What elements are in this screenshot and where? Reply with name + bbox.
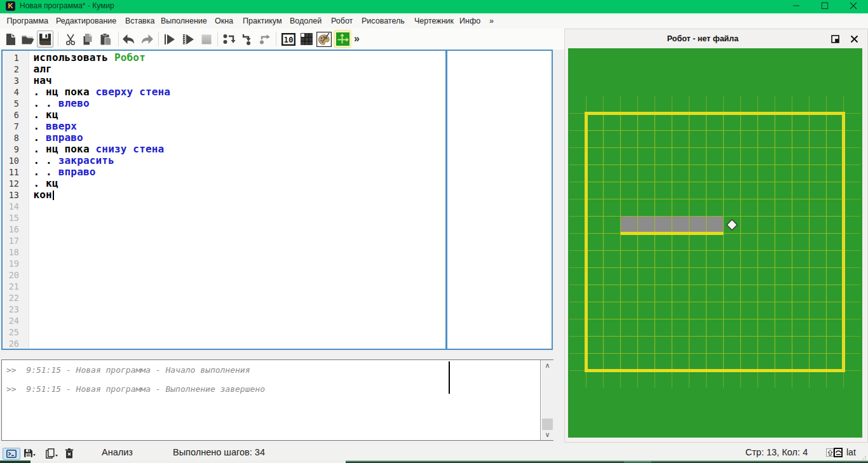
window-title: Новая программа* - Кумир bbox=[20, 1, 114, 11]
code-editor[interactable]: 1234567891011121314151617181920212223242… bbox=[1, 50, 553, 350]
io-console[interactable]: >> 9:51:15 - Новая программа - Начало вы… bbox=[1, 359, 553, 441]
toolbar-separator bbox=[118, 32, 119, 46]
code-line-9: . нц пока снизу стена bbox=[34, 144, 165, 155]
menu-item-8[interactable]: Робот bbox=[331, 13, 353, 29]
code-line-12: . кц bbox=[34, 178, 58, 189]
toggle-console-button[interactable] bbox=[3, 448, 20, 460]
code-line-3: нач bbox=[34, 75, 52, 86]
step-into-icon bbox=[241, 33, 254, 46]
app-icon: K bbox=[6, 1, 15, 11]
menu-item-6[interactable]: Практикум bbox=[243, 13, 282, 29]
clear-console-button[interactable] bbox=[65, 448, 74, 461]
run-steps-icon bbox=[182, 33, 194, 46]
save-console-button[interactable] bbox=[24, 448, 36, 460]
taskbar-sliver-left bbox=[0, 460, 31, 463]
menu-item-5[interactable]: Окна bbox=[215, 13, 233, 29]
copy-icon bbox=[81, 33, 94, 46]
code-line-13: кон bbox=[34, 189, 52, 201]
field-grid bbox=[587, 114, 844, 371]
line-number: 20 bbox=[9, 269, 19, 281]
line-number-gutter: 1234567891011121314151617181920212223242… bbox=[3, 51, 29, 349]
copy-small-icon bbox=[45, 448, 58, 459]
console-line-2: >> 9:51:15 - Новая программа - Выполнени… bbox=[6, 384, 265, 394]
menu-item-9[interactable]: Рисователь bbox=[362, 13, 405, 29]
robot-window-title: Робот - нет файла bbox=[565, 29, 841, 48]
step-out-button[interactable] bbox=[257, 30, 273, 48]
open-program-button[interactable] bbox=[20, 30, 36, 48]
menu-item-2[interactable]: Редактирование bbox=[56, 13, 116, 29]
scrollbar-thumb[interactable] bbox=[542, 419, 553, 430]
line-number: 13 bbox=[9, 189, 19, 201]
step-over-button[interactable] bbox=[221, 30, 238, 48]
steps-count-label: Выполнено шагов: 34 bbox=[173, 444, 265, 460]
show-robot-field-button[interactable] bbox=[334, 30, 351, 48]
copy-console-button[interactable] bbox=[45, 448, 58, 461]
toolbar-separator bbox=[217, 32, 218, 46]
menu-item-4[interactable]: Выполнение bbox=[161, 13, 207, 29]
scroll-down-icon[interactable]: ∨ bbox=[541, 429, 553, 440]
maximize-button[interactable] bbox=[810, 0, 839, 11]
robot-diamond[interactable] bbox=[727, 220, 737, 230]
menu-item-7[interactable]: Водолей bbox=[290, 13, 322, 29]
show-window-grid-button[interactable] bbox=[298, 30, 315, 48]
more-tools-button[interactable]: » bbox=[354, 30, 360, 47]
kumir-window: K Новая программа* - Кумир ПрограммаРеда… bbox=[0, 0, 868, 463]
step-into-button[interactable] bbox=[239, 30, 255, 48]
copy-button[interactable] bbox=[79, 30, 96, 48]
console-caret bbox=[449, 361, 450, 394]
robot-close-button[interactable] bbox=[850, 34, 859, 43]
trash-icon bbox=[65, 448, 74, 459]
taskbar-sliver-middle bbox=[346, 460, 624, 463]
robot-field[interactable] bbox=[568, 48, 862, 438]
save-small-icon bbox=[24, 448, 36, 458]
save-floppy-icon bbox=[39, 33, 51, 46]
save-program-button[interactable] bbox=[37, 30, 53, 48]
line-number: 24 bbox=[9, 315, 19, 326]
paste-button[interactable] bbox=[97, 30, 114, 48]
menu-item-1[interactable]: Программа bbox=[7, 13, 49, 29]
cut-button[interactable] bbox=[62, 30, 79, 48]
close-button[interactable] bbox=[839, 0, 867, 11]
step-over-icon bbox=[222, 33, 236, 46]
undo-button[interactable] bbox=[121, 30, 137, 48]
show-values-button[interactable]: 10 bbox=[280, 30, 297, 48]
console-scrollbar[interactable]: ∧ ∨ bbox=[541, 360, 553, 440]
new-program-button[interactable] bbox=[3, 30, 19, 48]
minimize-button[interactable] bbox=[782, 0, 810, 11]
field-border-walls bbox=[587, 114, 844, 371]
line-number: 5 bbox=[14, 98, 19, 109]
mode-label: Анализ bbox=[102, 444, 133, 460]
line-number: 2 bbox=[14, 64, 19, 75]
run-button[interactable] bbox=[180, 30, 196, 48]
blind-run-button[interactable] bbox=[161, 30, 178, 48]
capslock-indicator bbox=[834, 448, 843, 457]
line-number: 15 bbox=[9, 212, 19, 224]
console-text-area: >> 9:51:15 - Новая программа - Начало вы… bbox=[2, 360, 541, 440]
robot-float-button[interactable] bbox=[831, 34, 840, 43]
menu-item-11[interactable]: Инфо bbox=[459, 13, 480, 29]
robot-window: Робот - нет файла bbox=[564, 29, 868, 443]
toolbar-separator bbox=[58, 32, 58, 46]
scissors-icon bbox=[64, 33, 77, 46]
line-number: 9 bbox=[14, 144, 19, 155]
shift-indicator bbox=[826, 448, 834, 457]
new-file-icon bbox=[4, 33, 17, 46]
toolbar-separator bbox=[158, 32, 159, 46]
menu-item-3[interactable]: Вставка bbox=[125, 13, 154, 29]
menu-item-10[interactable]: Чертежник bbox=[414, 13, 454, 29]
stop-button[interactable] bbox=[198, 30, 215, 48]
shift-arrow-icon bbox=[827, 450, 833, 456]
scroll-up-icon[interactable]: ∧ bbox=[541, 360, 553, 371]
redo-button[interactable] bbox=[139, 30, 155, 48]
window-titlebar: K Новая программа* - Кумир bbox=[0, 0, 868, 13]
terminal-icon bbox=[6, 450, 17, 458]
line-number: 1 bbox=[14, 52, 19, 64]
menu-item-12[interactable]: » bbox=[489, 13, 494, 29]
show-painter-button[interactable] bbox=[316, 30, 332, 48]
line-number: 11 bbox=[9, 166, 19, 178]
caps-arch-icon bbox=[836, 450, 841, 455]
palette-icon bbox=[316, 32, 332, 47]
statusbar-bottom-edge bbox=[31, 460, 346, 463]
run-to-end-icon bbox=[163, 33, 176, 46]
robot-close-icon bbox=[850, 35, 858, 43]
